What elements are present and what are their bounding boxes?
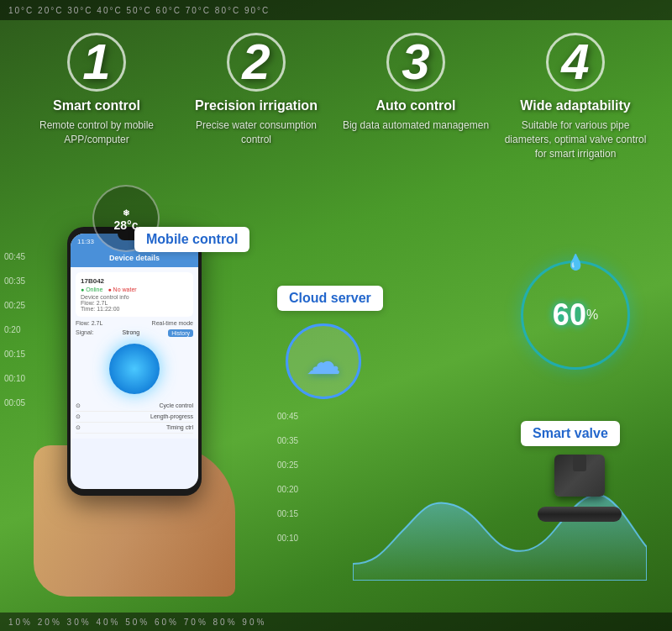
y-mid-0: 00:45 [277, 412, 298, 421]
signal-value: Strong [123, 329, 140, 337]
device-row: 17B042 ● Online ● No water Device contro… [76, 272, 193, 317]
valve-top [554, 455, 605, 497]
device-details: Device control infoFlow: 2.7LTime: 11:22… [81, 294, 188, 312]
feature-4: 4 Wide adaptability Suitable for various… [500, 33, 651, 160]
y-mid-5: 00:10 [277, 534, 298, 543]
feature-4-number: 4 [546, 33, 605, 92]
cloud-server-section: Cloud server ☁ [277, 286, 383, 399]
length-progress-label: Length-progress [150, 413, 193, 420]
phone-info-rows: ⊙Cycle control ⊙Length-progress ⊙Timing … [76, 401, 193, 434]
status-online: ● Online [81, 287, 102, 292]
phone-app-content: 17B042 ● Online ● No water Device contro… [71, 267, 198, 439]
valve-body [538, 455, 622, 522]
timing-ctrl-label: Timing ctrl [166, 424, 193, 431]
signal-label: Signal: [76, 329, 93, 337]
bottom-scale: 10% 20% 30% 40% 50% 60% 70% 80% 90% [8, 618, 266, 627]
water-drop-icon: 💧 [566, 253, 585, 271]
feature-2: 2 Precision irrigation Precise water con… [181, 33, 332, 160]
phone-screen: 11:33 ▲▲ 📶 Device details 17B042 ● Onlin… [71, 234, 198, 489]
feature-3: 3 Auto control Big data automated manage… [340, 33, 491, 160]
y-mid-1: 00:35 [277, 436, 298, 445]
bottom-bar: 10% 20% 30% 40% 50% 60% 70% 80% 90% [0, 613, 672, 631]
humidity-ring: 💧 60 % [521, 260, 630, 370]
phone-blue-circle [109, 344, 160, 394]
cycle-control-row: ⊙Cycle control [76, 401, 193, 412]
feature-1-title: Smart control [21, 98, 172, 113]
temperature-scale: 10°C 20°C 30°C 40°C 50°C 60°C 70°C 80°C … [8, 6, 270, 15]
features-section: 1 Smart control Remote control by mobile… [0, 20, 672, 169]
feature-3-desc: Big data automated managemen [340, 118, 491, 133]
cloud-server-label: Cloud server [277, 286, 383, 311]
y-label-0: 00:45 [4, 252, 25, 261]
mobile-control-label: Mobile control [134, 227, 249, 252]
history-button[interactable]: History [168, 329, 193, 337]
cycle-control-label: Cycle control [160, 402, 193, 409]
mode-label: Real-time mode [152, 320, 193, 326]
cloud-icon-container: ☁ [286, 323, 361, 399]
y-label-1: 00:35 [4, 276, 25, 286]
feature-3-number: 3 [386, 33, 445, 92]
y-mid-2: 00:25 [277, 460, 298, 470]
length-progress-row: ⊙Length-progress [76, 412, 193, 423]
y-label-2: 00:25 [4, 301, 25, 310]
y-label-5: 00:10 [4, 374, 25, 383]
phone-container: 11:33 ▲▲ 📶 Device details 17B042 ● Onlin… [50, 227, 218, 580]
humidity-unit: % [586, 308, 598, 323]
signal-row: Signal: Strong History [76, 329, 193, 337]
cloud-icon: ☁ [306, 341, 341, 382]
feature-2-desc: Precise water consumption control [181, 118, 332, 147]
status-water: ● No water [108, 287, 136, 292]
feature-2-number: 2 [227, 33, 286, 92]
humidity-circle: 💧 60 % [521, 260, 630, 370]
y-axis-mid: 00:45 00:35 00:25 00:20 00:15 00:10 [277, 412, 298, 543]
smart-valve-label: Smart valve [521, 421, 620, 446]
temp-value: ❄ 28°c [114, 205, 139, 232]
phone-body: 11:33 ▲▲ 📶 Device details 17B042 ● Onlin… [67, 227, 202, 496]
y-label-3: 0:20 [4, 325, 25, 334]
mobile-control-text: Mobile control [146, 232, 238, 246]
flow-label: Flow: 2.7L [76, 320, 102, 326]
feature-1-desc: Remote control by mobile APP/computer [21, 118, 172, 147]
feature-4-title: Wide adaptability [500, 98, 651, 113]
smart-valve-text: Smart valve [533, 426, 608, 440]
app-title: Device details [109, 254, 160, 262]
feature-4-desc: Suitable for various pipe diameters, opt… [500, 118, 651, 160]
device-name: 17B042 [81, 277, 188, 285]
flow-row: Flow: 2.7L Real-time mode [76, 320, 193, 326]
y-label-4: 00:15 [4, 350, 25, 359]
smart-valve-section: Smart valve [538, 421, 622, 522]
feature-2-title: Precision irrigation [181, 98, 332, 113]
y-label-6: 00:05 [4, 398, 25, 408]
humidity-value: 60 [553, 297, 586, 333]
timing-ctrl-row: ⊙Timing ctrl [76, 423, 193, 434]
feature-3-title: Auto control [340, 98, 491, 113]
feature-1-number: 1 [67, 33, 126, 92]
y-axis-left: 00:45 00:35 00:25 0:20 00:15 00:10 00:05 [4, 252, 25, 408]
feature-1: 1 Smart control Remote control by mobile… [21, 33, 172, 160]
y-mid-3: 00:20 [277, 485, 298, 494]
y-mid-4: 00:15 [277, 509, 298, 518]
top-bar: 10°C 20°C 30°C 40°C 50°C 60°C 70°C 80°C … [0, 0, 672, 20]
cloud-server-text: Cloud server [289, 291, 371, 305]
valve-pipe [538, 507, 622, 522]
